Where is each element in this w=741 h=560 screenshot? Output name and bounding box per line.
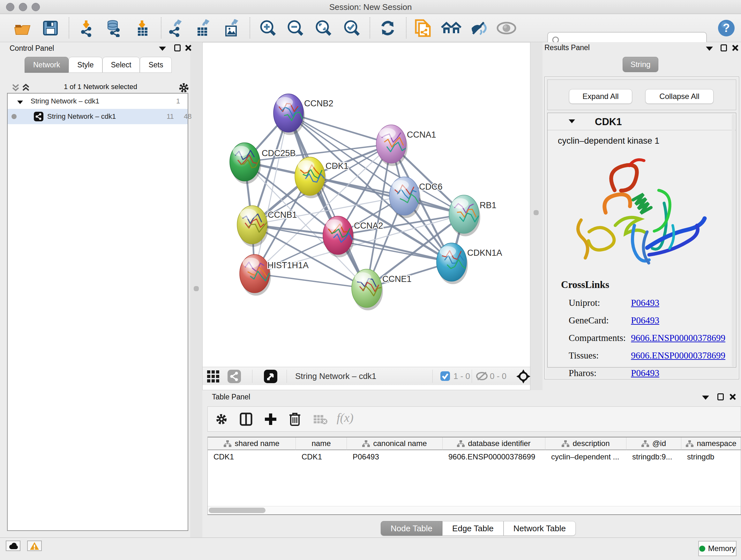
show-graphics-details-button[interactable] bbox=[496, 19, 517, 37]
delete-column-button[interactable] bbox=[289, 412, 301, 426]
column-header[interactable]: namespace bbox=[681, 437, 741, 450]
cell-name[interactable]: CDK1 bbox=[296, 450, 347, 463]
tab-sets[interactable]: Sets bbox=[140, 57, 172, 73]
selected-checkbox[interactable] bbox=[441, 371, 450, 381]
results-panel-menu-caret[interactable] bbox=[706, 46, 713, 52]
results-scrollbar[interactable] bbox=[732, 114, 735, 367]
right-splitter-handle[interactable] bbox=[534, 210, 539, 215]
network-row[interactable]: String Network – cdk1 11 48 bbox=[8, 109, 188, 124]
node-HIST1H1A[interactable] bbox=[240, 254, 271, 296]
help-button[interactable]: ? bbox=[718, 19, 735, 37]
network-options-button[interactable] bbox=[179, 82, 189, 93]
control-panel-menu-caret[interactable] bbox=[159, 46, 166, 52]
node-table[interactable]: shared name name canonical name database… bbox=[207, 437, 741, 515]
tab-edge-table[interactable]: Edge Table bbox=[442, 521, 503, 536]
expand-all-button[interactable]: Expand All bbox=[569, 89, 632, 104]
column-header[interactable]: name bbox=[296, 437, 347, 450]
table-options-button[interactable] bbox=[215, 413, 227, 425]
collection-expander-icon[interactable] bbox=[17, 94, 23, 110]
cell-database-identifier[interactable]: 9606.ENSP00000378699 bbox=[443, 450, 545, 463]
birdseye-view-button[interactable] bbox=[264, 370, 277, 383]
left-splitter-handle[interactable] bbox=[194, 286, 199, 291]
cloud-status-button[interactable] bbox=[6, 541, 20, 551]
node-CDK1[interactable] bbox=[295, 157, 326, 198]
tab-select[interactable]: Select bbox=[103, 57, 140, 73]
cell-namespace[interactable]: stringdb bbox=[681, 450, 741, 463]
open-session-button[interactable] bbox=[13, 19, 31, 37]
zoom-in-button[interactable] bbox=[259, 19, 277, 37]
import-network-from-database-button[interactable] bbox=[104, 19, 123, 37]
warnings-button[interactable] bbox=[27, 541, 42, 551]
memory-button[interactable]: Memory bbox=[698, 541, 737, 556]
gene-name: CDK1 bbox=[595, 116, 622, 128]
tab-network[interactable]: Network bbox=[24, 57, 69, 73]
node-CCNA1[interactable] bbox=[376, 125, 408, 166]
crosslink-link[interactable]: P06493 bbox=[631, 298, 659, 308]
export-table-button[interactable] bbox=[194, 19, 212, 37]
table-panel-float-button[interactable] bbox=[718, 393, 724, 401]
import-table-button[interactable] bbox=[133, 19, 151, 37]
results-panel-close-button[interactable] bbox=[731, 44, 739, 52]
crosslinks-title: CrossLinks bbox=[561, 279, 725, 291]
crosslink-link[interactable]: 9606.ENSP00000378699 bbox=[631, 333, 725, 343]
fit-selected-button[interactable] bbox=[516, 369, 530, 383]
export-network-button[interactable] bbox=[166, 19, 185, 37]
node-CCNB1[interactable] bbox=[237, 206, 268, 247]
table-row[interactable]: CDK1 CDK1 P06493 9606.ENSP00000378699 cy… bbox=[208, 450, 741, 463]
crosslink-link[interactable]: 9606.ENSP00000378699 bbox=[631, 350, 725, 361]
control-panel-float-button[interactable] bbox=[174, 44, 181, 53]
grid-view-button[interactable] bbox=[207, 370, 220, 382]
crosslink-link[interactable]: P06493 bbox=[631, 368, 659, 378]
node-CCNE1[interactable] bbox=[352, 269, 383, 310]
network-view-toggle-button[interactable] bbox=[227, 370, 241, 383]
tab-network-table[interactable]: Network Table bbox=[503, 521, 576, 536]
open-folder-icon bbox=[13, 19, 31, 37]
tab-string[interactable]: String bbox=[623, 57, 658, 72]
cell-id[interactable]: stringdb:9... bbox=[626, 450, 681, 463]
string-home-button[interactable] bbox=[441, 19, 462, 37]
control-panel-close-button[interactable] bbox=[185, 44, 192, 52]
collapse-all-networks-button[interactable] bbox=[11, 83, 20, 93]
results-panel-float-button[interactable] bbox=[721, 44, 727, 53]
node-label-CCNB1: CCNB1 bbox=[268, 210, 297, 220]
network-canvas[interactable]: CCNB2CCNA1CDC25BCDK1CDC6RB1CCNB1CCNA2CDK… bbox=[203, 43, 530, 367]
collapse-all-button[interactable]: Collapse All bbox=[645, 89, 714, 104]
scrollbar-thumb[interactable] bbox=[209, 508, 266, 513]
export-image-button[interactable] bbox=[222, 19, 240, 37]
string-copy-network-button[interactable] bbox=[413, 18, 432, 38]
cell-description[interactable]: cyclin–dependent ... bbox=[545, 450, 626, 463]
node-CDC6[interactable] bbox=[389, 177, 421, 218]
houses-icon bbox=[441, 19, 462, 37]
section-expander-icon[interactable] bbox=[569, 119, 575, 125]
node-RB1[interactable] bbox=[449, 195, 480, 236]
column-header[interactable]: shared name bbox=[208, 437, 296, 450]
cell-canonical-name[interactable]: P06493 bbox=[347, 450, 443, 463]
node-CCNA2[interactable] bbox=[323, 216, 354, 257]
node-CCNB2[interactable] bbox=[273, 94, 305, 135]
column-tree-icon bbox=[362, 440, 370, 447]
save-session-button[interactable] bbox=[42, 19, 59, 37]
gene-section-header[interactable]: CDK1 bbox=[548, 113, 736, 130]
column-header[interactable]: database identifier bbox=[443, 437, 545, 450]
crosslink-link[interactable]: P06493 bbox=[631, 315, 659, 325]
column-header[interactable]: @id bbox=[626, 437, 681, 450]
expand-all-networks-button[interactable] bbox=[22, 83, 30, 93]
node-CDKN1A[interactable] bbox=[436, 243, 468, 284]
show-columns-button[interactable] bbox=[240, 413, 253, 426]
table-horizontal-scrollbar[interactable] bbox=[208, 506, 741, 514]
tab-node-table[interactable]: Node Table bbox=[381, 521, 442, 536]
column-header[interactable]: description bbox=[545, 437, 626, 450]
network-collection-row[interactable]: String Network – cdk1 1 bbox=[8, 94, 188, 109]
zoom-fit-button[interactable] bbox=[315, 19, 333, 37]
zoom-selected-button[interactable] bbox=[343, 19, 361, 37]
import-network-button[interactable] bbox=[77, 19, 95, 37]
cell-shared-name[interactable]: CDK1 bbox=[208, 450, 296, 463]
refresh-button[interactable] bbox=[379, 19, 397, 37]
column-header[interactable]: canonical name bbox=[347, 437, 443, 450]
add-column-button[interactable] bbox=[264, 413, 277, 426]
table-panel-close-button[interactable] bbox=[729, 393, 737, 401]
table-panel-menu-caret[interactable] bbox=[702, 395, 709, 401]
zoom-out-button[interactable] bbox=[286, 19, 305, 37]
hide-glyphs-button[interactable] bbox=[469, 19, 488, 37]
tab-style[interactable]: Style bbox=[69, 57, 102, 73]
